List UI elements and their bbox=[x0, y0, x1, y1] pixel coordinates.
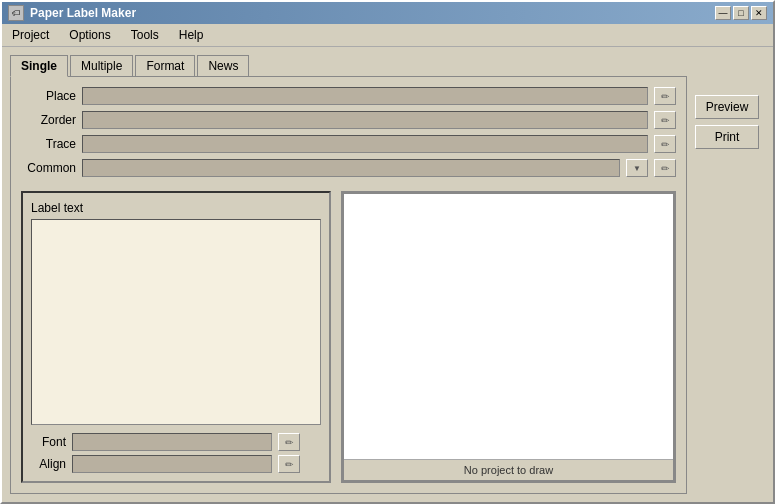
main-panel: Single Multiple Format News Place Zorder bbox=[10, 55, 687, 494]
font-row: Font bbox=[31, 433, 321, 451]
preview-button[interactable]: Preview bbox=[695, 95, 759, 119]
menu-options[interactable]: Options bbox=[63, 26, 116, 44]
label-trace: Trace bbox=[21, 137, 76, 151]
title-bar: 🏷 Paper Label Maker — □ ✕ bbox=[2, 2, 773, 24]
close-button[interactable]: ✕ bbox=[751, 6, 767, 20]
menu-bar: Project Options Tools Help bbox=[2, 24, 773, 47]
label-common: Common bbox=[21, 161, 76, 175]
main-window: 🏷 Paper Label Maker — □ ✕ Project Option… bbox=[0, 0, 775, 504]
btn-zorder[interactable] bbox=[654, 111, 676, 129]
label-zorder: Zorder bbox=[21, 113, 76, 127]
font-align-section: Font Align bbox=[31, 433, 321, 473]
print-button[interactable]: Print bbox=[695, 125, 759, 149]
content-area: Single Multiple Format News Place Zorder bbox=[2, 47, 773, 502]
title-bar-left: 🏷 Paper Label Maker bbox=[8, 5, 136, 21]
btn-common-arrow[interactable] bbox=[626, 159, 648, 177]
field-row-place: Place bbox=[21, 87, 676, 105]
tab-multiple[interactable]: Multiple bbox=[70, 55, 133, 77]
field-row-trace: Trace bbox=[21, 135, 676, 153]
btn-font[interactable] bbox=[278, 433, 300, 451]
input-trace[interactable] bbox=[82, 135, 648, 153]
align-input[interactable] bbox=[72, 455, 272, 473]
menu-help[interactable]: Help bbox=[173, 26, 210, 44]
tab-content: Place Zorder Trace Common bbox=[10, 76, 687, 494]
preview-canvas bbox=[344, 194, 673, 459]
tab-format[interactable]: Format bbox=[135, 55, 195, 77]
label-text-title: Label text bbox=[31, 201, 321, 215]
menu-tools[interactable]: Tools bbox=[125, 26, 165, 44]
field-row-common: Common bbox=[21, 159, 676, 177]
right-panel: Preview Print bbox=[695, 55, 765, 494]
input-common[interactable] bbox=[82, 159, 620, 177]
btn-trace[interactable] bbox=[654, 135, 676, 153]
field-row-zorder: Zorder bbox=[21, 111, 676, 129]
font-label: Font bbox=[31, 435, 66, 449]
window-title: Paper Label Maker bbox=[30, 6, 136, 20]
label-text-input[interactable] bbox=[31, 219, 321, 425]
align-label: Align bbox=[31, 457, 66, 471]
menu-project[interactable]: Project bbox=[6, 26, 55, 44]
lower-section: Label text Font Align bbox=[21, 191, 676, 483]
btn-align[interactable] bbox=[278, 455, 300, 473]
input-place[interactable] bbox=[82, 87, 648, 105]
btn-common-pen[interactable] bbox=[654, 159, 676, 177]
input-zorder[interactable] bbox=[82, 111, 648, 129]
app-icon: 🏷 bbox=[8, 5, 24, 21]
title-bar-buttons: — □ ✕ bbox=[715, 6, 767, 20]
minimize-button[interactable]: — bbox=[715, 6, 731, 20]
preview-status: No project to draw bbox=[344, 459, 673, 480]
tab-news[interactable]: News bbox=[197, 55, 249, 77]
tab-single[interactable]: Single bbox=[10, 55, 68, 77]
align-row: Align bbox=[31, 455, 321, 473]
label-place: Place bbox=[21, 89, 76, 103]
preview-area: No project to draw bbox=[341, 191, 676, 483]
btn-place[interactable] bbox=[654, 87, 676, 105]
font-input[interactable] bbox=[72, 433, 272, 451]
tab-bar: Single Multiple Format News bbox=[10, 55, 687, 77]
maximize-button[interactable]: □ bbox=[733, 6, 749, 20]
label-text-panel: Label text Font Align bbox=[21, 191, 331, 483]
